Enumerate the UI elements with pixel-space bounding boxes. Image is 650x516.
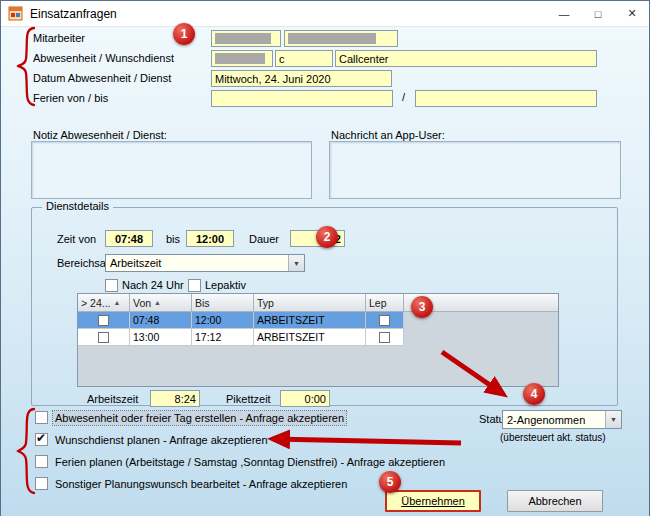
nach24-checkbox[interactable] <box>105 279 118 292</box>
dauer-label: Dauer <box>249 233 279 245</box>
maximize-button[interactable]: □ <box>581 1 615 26</box>
table-row[interactable]: 13:00 17:12 ARBEITSZEIT <box>78 329 404 346</box>
redacted-text <box>288 33 376 44</box>
nach24-cell <box>78 312 130 329</box>
column-header-von[interactable]: Von ▲ <box>130 294 192 312</box>
annotation-circle-3: 3 <box>411 296 433 318</box>
annotation-circle-2: 2 <box>316 226 338 248</box>
zeit-von-field[interactable]: 07:48 <box>105 230 153 247</box>
abbrechen-button[interactable]: Abbrechen <box>507 490 603 512</box>
status-dropdown[interactable]: 2-Angenommen ▼ <box>502 410 622 429</box>
ferien-bis-field[interactable] <box>415 90 597 107</box>
bereichsart-dropdown[interactable]: Arbeitszeit ▼ <box>105 254 305 272</box>
bis-cell: 12:00 <box>192 312 254 329</box>
option-abwesenheit-erstellen[interactable]: Abwesenheit oder freier Tag erstellen - … <box>35 411 346 425</box>
dienst-table: > 24... ▲ Von ▲ Bis Typ Lep <box>77 293 559 387</box>
bis-field[interactable]: 12:00 <box>186 230 234 247</box>
zeit-von-label: Zeit von <box>57 233 96 245</box>
checkbox[interactable] <box>98 315 109 326</box>
chevron-down-icon[interactable]: ▼ <box>288 255 304 271</box>
column-header-nach24[interactable]: > 24... ▲ <box>78 294 130 312</box>
annotation-circle-1: 1 <box>173 23 195 45</box>
column-label: > 24... <box>81 297 110 309</box>
checkbox[interactable] <box>35 477 48 490</box>
nach24-label: Nach 24 Uhr <box>122 279 184 291</box>
pikettzeit-field: 0:00 <box>280 390 330 407</box>
datum-field[interactable]: Mittwoch, 24. Juni 2020 <box>211 70 392 87</box>
lepaktiv-label: Lepaktiv <box>205 279 246 291</box>
datum-label: Datum Abwesenheit / Dienst <box>33 72 171 84</box>
bis-label: bis <box>166 233 180 245</box>
bereichsart-value: Arbeitszeit <box>106 257 288 269</box>
von-cell: 13:00 <box>130 329 192 346</box>
option-wunschdienst-planen[interactable]: Wunschdienst planen - Anfrage akzeptiere… <box>35 433 270 447</box>
minimize-button[interactable]: — <box>547 1 581 26</box>
option-label: Sonstiger Planungswunsch bearbeitet - An… <box>53 477 349 491</box>
dienstdetails-group-label: Dienstdetails <box>42 200 113 212</box>
chevron-down-icon[interactable]: ▼ <box>605 411 621 428</box>
nachricht-textarea[interactable] <box>329 141 621 199</box>
redacted-text <box>215 53 265 64</box>
column-label: Von <box>133 297 151 309</box>
app-icon <box>8 6 23 21</box>
status-note: (übersteuert akt. status) <box>500 432 606 443</box>
column-header-lep[interactable]: Lep <box>366 294 404 312</box>
option-label: Wunschdienst planen - Anfrage akzeptiere… <box>53 433 270 447</box>
table-header: > 24... ▲ Von ▲ Bis Typ Lep <box>78 294 558 312</box>
mitarbeiter-id-field[interactable] <box>211 30 281 47</box>
ferien-von-field[interactable] <box>211 90 393 107</box>
option-label: Abwesenheit oder freier Tag erstellen - … <box>53 411 346 425</box>
checkbox[interactable] <box>35 455 48 468</box>
abwesenheit-name-field[interactable]: Callcenter <box>335 50 597 67</box>
abwesenheit-code-field[interactable]: c <box>275 50 333 67</box>
option-label: Ferien planen (Arbeitstage / Samstag ,So… <box>53 455 447 469</box>
column-header-bis[interactable]: Bis <box>192 294 254 312</box>
sort-asc-icon: ▲ <box>154 299 161 306</box>
mitarbeiter-label: Mitarbeiter <box>33 32 85 44</box>
mitarbeiter-name-field[interactable] <box>284 30 398 47</box>
sort-asc-icon: ▲ <box>113 299 120 306</box>
status-value: 2-Angenommen <box>503 414 605 426</box>
nach24-cell <box>78 329 130 346</box>
typ-cell: ARBEITSZEIT <box>254 329 366 346</box>
pikettzeit-label: Pikettzeit <box>226 393 271 405</box>
option-ferien-planen[interactable]: Ferien planen (Arbeitstage / Samstag ,So… <box>35 455 447 469</box>
checkbox[interactable] <box>98 332 109 343</box>
column-label: Lep <box>369 297 387 309</box>
checkbox[interactable] <box>35 411 48 424</box>
uebernehmen-button[interactable]: Übernehmen <box>385 490 481 512</box>
von-cell: 07:48 <box>130 312 192 329</box>
arbeitszeit-field: 8:24 <box>150 390 200 407</box>
option-sonstiger-planungswunsch[interactable]: Sonstiger Planungswunsch bearbeitet - An… <box>35 477 349 491</box>
abwesenheit-label: Abwesenheit / Wunschdienst <box>33 52 174 64</box>
checkbox[interactable] <box>379 332 390 343</box>
arbeitszeit-label: Arbeitszeit <box>87 393 138 405</box>
annotation-circle-5: 5 <box>379 471 401 493</box>
checkbox[interactable] <box>35 433 48 446</box>
checkbox[interactable] <box>379 315 390 326</box>
einsatzanfragen-dialog: Einsatzanfragen — □ ✕ Mitarbeiter Abwese… <box>0 0 650 516</box>
window-title: Einsatzanfragen <box>30 7 117 21</box>
titlebar: Einsatzanfragen — □ ✕ <box>1 1 649 27</box>
column-header-typ[interactable]: Typ <box>254 294 366 312</box>
lep-cell <box>366 329 404 346</box>
annotation-circle-4: 4 <box>523 383 545 405</box>
close-button[interactable]: ✕ <box>615 1 649 26</box>
notiz-textarea[interactable] <box>31 141 312 199</box>
bis-cell: 17:12 <box>192 329 254 346</box>
ferien-separator: / <box>402 91 405 103</box>
lep-cell <box>366 312 404 329</box>
column-label: Typ <box>257 297 274 309</box>
column-label: Bis <box>195 297 210 309</box>
redacted-text <box>215 33 271 44</box>
typ-cell: ARBEITSZEIT <box>254 312 366 329</box>
lepaktiv-checkbox[interactable] <box>188 279 201 292</box>
notiz-label: Notiz Abwesenheit / Dienst: <box>33 129 167 141</box>
table-row[interactable]: 07:48 12:00 ARBEITSZEIT <box>78 312 404 329</box>
ferien-label: Ferien von / bis <box>33 92 108 104</box>
abwesenheit-id-field[interactable] <box>211 50 273 67</box>
nachricht-label: Nachricht an App-User: <box>331 129 445 141</box>
